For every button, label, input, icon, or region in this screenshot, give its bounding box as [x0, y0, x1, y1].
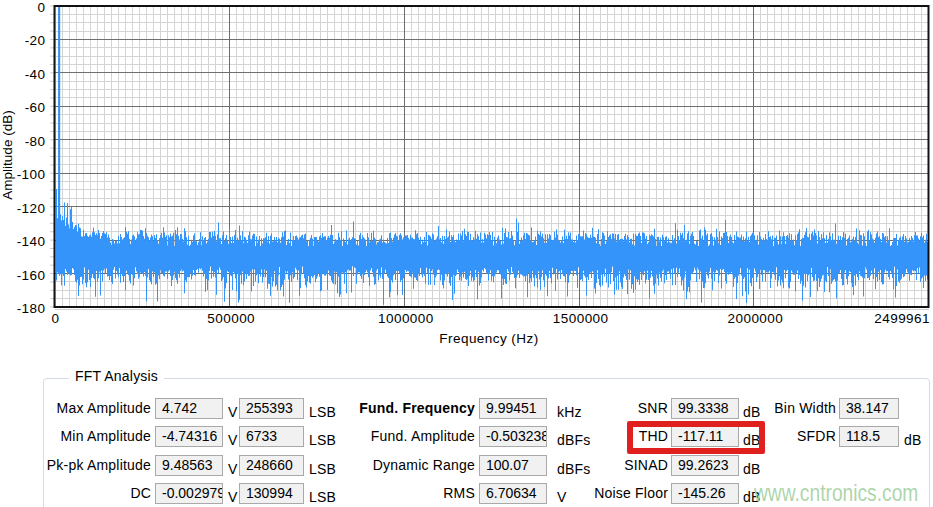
svg-text:-20: -20: [25, 33, 46, 48]
svg-text:-100: -100: [17, 167, 46, 182]
svg-text:2000000: 2000000: [728, 311, 784, 326]
svg-text:-140: -140: [17, 234, 46, 249]
svg-text:1500000: 1500000: [553, 311, 609, 326]
svg-text:-160: -160: [17, 268, 46, 283]
svg-text:Frequency (Hz): Frequency (Hz): [439, 331, 538, 346]
svg-text:-120: -120: [17, 201, 46, 216]
svg-text:-180: -180: [17, 301, 46, 316]
svg-text:-80: -80: [25, 134, 46, 149]
svg-text:1000000: 1000000: [378, 311, 434, 326]
svg-text:0: 0: [52, 311, 60, 326]
svg-text:2499961: 2499961: [874, 311, 930, 326]
svg-text:-40: -40: [25, 67, 46, 82]
svg-text:Amplitude (dB): Amplitude (dB): [0, 110, 15, 199]
svg-text:500000: 500000: [207, 311, 255, 326]
svg-text:-60: -60: [25, 100, 46, 115]
svg-text:0: 0: [38, 0, 46, 15]
